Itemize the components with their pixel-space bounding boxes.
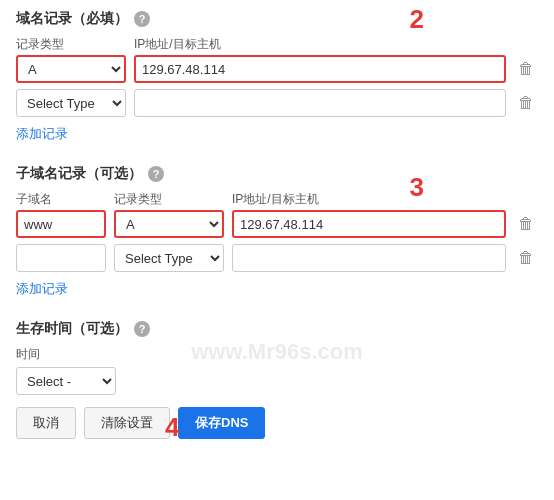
main-page: 2 域名记录（必填） ? 记录类型 IP地址/目标主机 A AAAA CNAME… (0, 0, 554, 455)
sub-col-record-type-label: 记录类型 (114, 192, 162, 206)
dns-row2-record-type[interactable]: Select Type A AAAA CNAME MX TXT (16, 89, 126, 117)
dns-row-1: A AAAA CNAME MX TXT 🗑 (16, 55, 538, 83)
footer-buttons: 取消 清除设置 保存DNS (16, 407, 538, 439)
subdomain-help-icon[interactable]: ? (148, 166, 164, 182)
sub-add-link[interactable]: 添加记录 (16, 280, 68, 298)
subdomain-section: 子域名记录（可选） ? 子域名 记录类型 IP地址/目标主机 A AAAA CN… (16, 165, 538, 310)
dns-row2-delete-button[interactable]: 🗑 (514, 89, 538, 117)
sub-col-subdomain-label: 子域名 (16, 192, 52, 206)
subdomain-title-text: 子域名记录（可选） (16, 165, 142, 183)
ttl-title-text: 生存时间（可选） (16, 320, 128, 338)
sub-col-record-type-header: 记录类型 (114, 191, 224, 208)
ttl-col-time-label: 时间 (16, 347, 40, 361)
sub-row2-delete-button[interactable]: 🗑 (514, 244, 538, 272)
sub-col-ip-header: IP地址/目标主机 (232, 191, 538, 208)
sub-col-subdomain-header: 子域名 (16, 191, 106, 208)
sub-row1-ip[interactable] (232, 210, 506, 238)
sub-row-1: A AAAA CNAME MX TXT 🗑 (16, 210, 538, 238)
sub-row1-record-type[interactable]: A AAAA CNAME MX TXT (114, 210, 224, 238)
ttl-section: 生存时间（可选） ? 时间 Select - 300 600 1800 3600… (16, 320, 538, 395)
ttl-title: 生存时间（可选） ? (16, 320, 538, 338)
dns-row2-ip[interactable] (134, 89, 506, 117)
ttl-select[interactable]: Select - 300 600 1800 3600 86400 (16, 367, 116, 395)
ttl-col-time-header: 时间 (16, 346, 538, 363)
dns-col-record-type-header: 记录类型 (16, 36, 126, 53)
ttl-row: Select - 300 600 1800 3600 86400 (16, 367, 538, 395)
sub-row2-record-type[interactable]: Select Type A AAAA CNAME MX TXT (114, 244, 224, 272)
sub-row1-delete-button[interactable]: 🗑 (514, 210, 538, 238)
dns-col-ip-header: IP地址/目标主机 (134, 36, 506, 53)
sub-row2-ip[interactable] (232, 244, 506, 272)
dns-records-title-text: 域名记录（必填） (16, 10, 128, 28)
dns-row-2: Select Type A AAAA CNAME MX TXT 🗑 (16, 89, 538, 117)
ttl-help-icon[interactable]: ? (134, 321, 150, 337)
dns-col-record-type-label: 记录类型 (16, 37, 64, 51)
dns-col-ip-label: IP地址/目标主机 (134, 37, 221, 51)
dns-records-section: 域名记录（必填） ? 记录类型 IP地址/目标主机 A AAAA CNAME M… (16, 10, 538, 155)
sub-col-headers: 子域名 记录类型 IP地址/目标主机 (16, 191, 538, 208)
dns-col-headers: 记录类型 IP地址/目标主机 (16, 36, 538, 53)
cancel-button[interactable]: 取消 (16, 407, 76, 439)
dns-records-title: 域名记录（必填） ? (16, 10, 538, 28)
sub-row-2: Select Type A AAAA CNAME MX TXT 🗑 (16, 244, 538, 272)
save-dns-button[interactable]: 保存DNS (178, 407, 265, 439)
sub-row1-subdomain[interactable] (16, 210, 106, 238)
dns-row1-record-type[interactable]: A AAAA CNAME MX TXT (16, 55, 126, 83)
dns-row1-delete-button[interactable]: 🗑 (514, 55, 538, 83)
dns-row1-ip[interactable] (134, 55, 506, 83)
subdomain-title: 子域名记录（可选） ? (16, 165, 538, 183)
clear-button[interactable]: 清除设置 (84, 407, 170, 439)
sub-row2-subdomain[interactable] (16, 244, 106, 272)
sub-col-ip-label: IP地址/目标主机 (232, 192, 319, 206)
dns-records-help-icon[interactable]: ? (134, 11, 150, 27)
dns-add-link[interactable]: 添加记录 (16, 125, 68, 143)
